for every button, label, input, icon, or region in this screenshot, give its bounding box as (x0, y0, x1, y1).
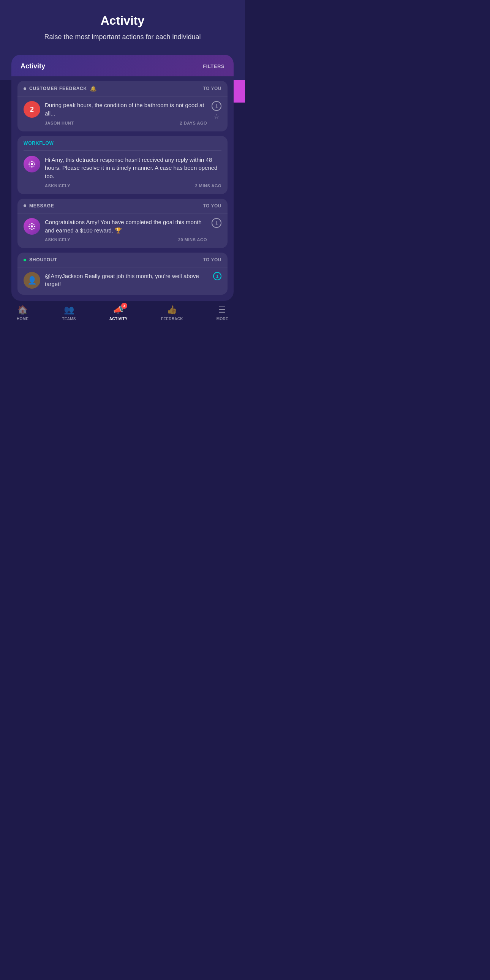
card-title: Activity (21, 62, 45, 70)
workflow-text: Hi Amy, this detractor response hasn't r… (45, 156, 221, 180)
workflow-time: 2 MINS AGO (195, 183, 221, 188)
customer-feedback-section: CUSTOMER FEEDBACK 🔔 TO YOU 2 During peak… (18, 81, 228, 131)
workflow-header: WORKFLOW (18, 136, 228, 150)
bell-icon: 🔔 (90, 86, 97, 92)
more-label: MORE (216, 317, 228, 321)
activity-icon: 📣 3 (113, 305, 123, 315)
workflow-item-row: Hi Amy, this detractor response hasn't r… (24, 156, 221, 188)
shoutout-header: SHOUTOUT TO YOU (18, 253, 228, 267)
workflow-avatar (24, 156, 40, 172)
feedback-content: During peak hours, the condition of the … (45, 101, 207, 125)
message-text: Congratulations Amy! You have completed … (45, 218, 207, 235)
feedback-time: 2 DAYS AGO (180, 121, 207, 125)
more-icon: ☰ (218, 305, 226, 315)
shoutout-section: SHOUTOUT TO YOU 👤 @AmyJackson Really gre… (18, 253, 228, 295)
svg-point-0 (31, 163, 33, 165)
svg-point-13 (34, 226, 36, 227)
svg-point-2 (31, 166, 33, 167)
bottom-nav: 🏠 HOME 👥 TEAMS 📣 3 ACTIVITY 👍 FEEDBACK ☰… (0, 301, 245, 326)
shoutout-text: @AmyJackson Really great job this month,… (45, 272, 208, 288)
nav-feedback[interactable]: 👍 FEEDBACK (161, 305, 183, 321)
svg-point-4 (34, 163, 36, 165)
message-count-icon: 1 (212, 218, 221, 228)
message-label: MESSAGE (24, 203, 54, 208)
svg-point-15 (33, 228, 35, 229)
nav-home[interactable]: 🏠 HOME (17, 305, 29, 321)
feedback-label-text: CUSTOMER FEEDBACK (29, 86, 87, 91)
hero-section: Activity Raise the most important action… (0, 0, 245, 51)
card-header: Activity FILTERS (11, 55, 234, 76)
svg-point-3 (29, 163, 30, 165)
shoutout-dot (24, 259, 26, 261)
nav-more[interactable]: ☰ MORE (216, 305, 228, 321)
workflow-item[interactable]: Hi Amy, this detractor response hasn't r… (18, 151, 228, 194)
shoutout-item-row: 👤 @AmyJackson Really great job this mont… (24, 272, 221, 289)
activity-label: ACTIVITY (110, 317, 127, 321)
message-icons: 1 (212, 218, 221, 228)
message-content: Congratulations Amy! You have completed … (45, 218, 207, 242)
feedback-author: JASON HUNT (45, 121, 74, 125)
feedback-avatar: 2 (24, 101, 40, 118)
message-author: ASKNICELY (45, 237, 70, 242)
workflow-label: WORKFLOW (24, 140, 221, 146)
feedback-item-row: 2 During peak hours, the condition of th… (24, 101, 221, 125)
svg-point-5 (29, 161, 30, 162)
message-label-text: MESSAGE (29, 203, 54, 208)
hero-title: Activity (8, 14, 237, 28)
home-label: HOME (17, 317, 29, 321)
message-time: 20 MINS AGO (178, 237, 207, 242)
message-item-row: Congratulations Amy! You have completed … (24, 218, 221, 242)
star-icon[interactable]: ☆ (213, 113, 220, 121)
workflow-section: WORKFLOW (18, 136, 228, 194)
feedback-nav-label: FEEDBACK (161, 317, 183, 321)
feedback-text: During peak hours, the condition of the … (45, 101, 207, 118)
shoutout-to-you: TO YOU (203, 257, 221, 262)
feedback-to-you: TO YOU (203, 86, 221, 91)
svg-point-9 (31, 225, 33, 228)
shoutout-avatar: 👤 (24, 272, 40, 289)
feedback-icons: 1 ☆ (212, 101, 221, 121)
nav-teams[interactable]: 👥 TEAMS (62, 305, 76, 321)
message-section: MESSAGE TO YOU (18, 199, 228, 248)
teams-label: TEAMS (62, 317, 76, 321)
activity-badge: 3 (121, 303, 127, 309)
shoutout-label: SHOUTOUT (24, 257, 57, 262)
feedback-nav-icon: 👍 (167, 305, 177, 315)
message-dot (24, 204, 26, 207)
home-icon: 🏠 (18, 305, 28, 315)
svg-point-14 (29, 224, 30, 225)
hero-subtitle: Raise the most important actions for eac… (8, 32, 237, 42)
svg-point-16 (33, 224, 35, 225)
shoutout-content: @AmyJackson Really great job this month,… (45, 272, 208, 288)
feedback-count-icon: 1 (212, 101, 221, 111)
shoutout-label-text: SHOUTOUT (29, 257, 57, 262)
message-avatar (24, 218, 40, 235)
teams-icon: 👥 (64, 305, 74, 315)
workflow-author: ASKNICELY (45, 183, 70, 188)
phone-card: Activity FILTERS CUSTOMER FEEDBACK 🔔 TO … (11, 55, 234, 301)
feedback-meta: JASON HUNT 2 DAYS AGO (45, 121, 207, 125)
shoutout-item[interactable]: 👤 @AmyJackson Really great job this mont… (18, 267, 228, 295)
shoutout-count-badge: 1 (213, 272, 221, 280)
svg-point-11 (31, 228, 33, 230)
section-header-message: MESSAGE TO YOU (18, 199, 228, 213)
svg-point-10 (31, 223, 33, 224)
feedback-dot (24, 88, 26, 90)
workflow-meta: ASKNICELY 2 MINS AGO (45, 183, 221, 188)
svg-point-6 (33, 165, 35, 167)
feedback-item[interactable]: 2 During peak hours, the condition of th… (18, 96, 228, 131)
filters-button[interactable]: FILTERS (203, 64, 224, 69)
section-header-feedback: CUSTOMER FEEDBACK 🔔 TO YOU (18, 81, 228, 96)
message-item[interactable]: Congratulations Amy! You have completed … (18, 213, 228, 248)
svg-point-12 (29, 226, 30, 227)
svg-point-8 (29, 165, 30, 167)
workflow-content: Hi Amy, this detractor response hasn't r… (45, 156, 221, 188)
svg-point-1 (31, 161, 33, 162)
message-to-you: TO YOU (203, 203, 221, 208)
svg-point-7 (33, 161, 35, 162)
nav-activity[interactable]: 📣 3 ACTIVITY (110, 305, 127, 321)
svg-point-17 (29, 228, 30, 229)
message-meta: ASKNICELY 20 MINS AGO (45, 237, 207, 242)
feedback-label: CUSTOMER FEEDBACK 🔔 (24, 86, 97, 92)
